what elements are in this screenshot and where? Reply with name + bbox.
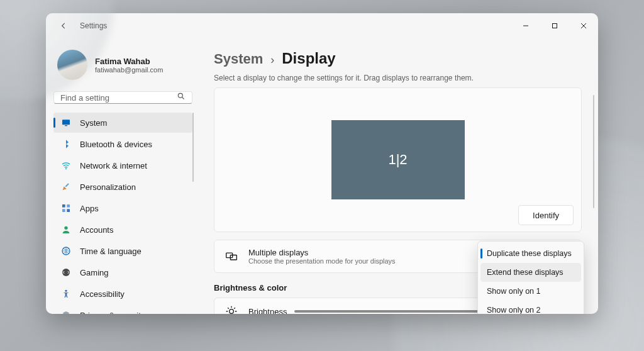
chevron-right-icon: ›: [270, 53, 274, 67]
sidebar-item-time-language[interactable]: Time & language: [53, 241, 192, 261]
maximize-button[interactable]: [540, 13, 569, 38]
main-content: System › Display Select a display to cha…: [200, 38, 598, 314]
profile-block[interactable]: Fatima Wahab fatiwahab@gmail.com: [53, 38, 192, 91]
dropdown-item-duplicate[interactable]: Duplicate these displays: [480, 244, 581, 263]
svg-rect-9: [67, 209, 70, 212]
avatar: [57, 50, 87, 80]
privacy-icon: [61, 310, 71, 314]
close-button[interactable]: [569, 13, 598, 38]
multiple-displays-icon: [225, 250, 238, 264]
profile-name: Fatima Wahab: [95, 57, 163, 66]
sidebar: Fatima Wahab fatiwahab@gmail.com System: [46, 38, 200, 314]
sidebar-item-label: Personalization: [80, 182, 136, 192]
sidebar-nav: System Bluetooth & devices Network & int…: [53, 113, 192, 314]
page-title: Display: [282, 50, 335, 67]
profile-email: fatiwahab@gmail.com: [95, 66, 163, 74]
breadcrumb: System › Display: [214, 50, 582, 67]
settings-window: Settings Fatima Wahab fatiwahab@gmail.co…: [46, 13, 598, 314]
accounts-icon: [61, 225, 71, 235]
sidebar-item-label: Network & internet: [80, 161, 147, 170]
gaming-icon: [61, 267, 71, 277]
sidebar-item-apps[interactable]: Apps: [53, 198, 192, 218]
window-title: Settings: [80, 21, 107, 30]
sidebar-item-label: Bluetooth & devices: [80, 140, 152, 149]
svg-rect-5: [65, 183, 69, 187]
titlebar: Settings: [46, 13, 598, 38]
svg-point-1: [178, 93, 182, 98]
main-scrollbar[interactable]: [593, 95, 594, 208]
sidebar-item-privacy[interactable]: Privacy & security: [53, 305, 192, 314]
svg-point-4: [65, 168, 67, 169]
sidebar-item-personalization[interactable]: Personalization: [53, 177, 192, 197]
search-box[interactable]: [53, 91, 192, 104]
sidebar-scrollbar[interactable]: [192, 113, 194, 182]
svg-rect-6: [62, 204, 65, 208]
setting-subtitle: Choose the presentation mode for your di…: [248, 257, 396, 265]
hint-text: Select a display to change the settings …: [214, 74, 582, 82]
minimize-button[interactable]: [511, 13, 540, 38]
setting-title: Multiple displays: [248, 248, 396, 257]
brightness-title: Brightness: [248, 307, 287, 315]
sidebar-item-label: Time & language: [80, 247, 142, 256]
sidebar-item-accessibility[interactable]: Accessibility: [53, 284, 192, 304]
apps-icon: [61, 203, 71, 213]
svg-point-13: [65, 290, 67, 292]
presentation-mode-dropdown: Duplicate these displays Extend these di…: [477, 241, 584, 314]
network-icon: [61, 160, 71, 170]
svg-point-16: [230, 309, 234, 314]
monitor-tile[interactable]: 1|2: [331, 120, 465, 199]
sidebar-item-system[interactable]: System: [53, 113, 192, 133]
window-controls: [511, 13, 598, 38]
dropdown-item-show-only-1[interactable]: Show only on 1: [480, 282, 581, 301]
time-language-icon: [61, 246, 71, 256]
sidebar-item-label: Accounts: [80, 225, 113, 235]
search-icon: [177, 92, 186, 103]
accessibility-icon: [61, 289, 71, 299]
svg-rect-0: [553, 24, 557, 28]
dropdown-item-extend[interactable]: Extend these displays: [480, 263, 581, 282]
sidebar-item-network[interactable]: Network & internet: [53, 155, 192, 176]
svg-rect-2: [62, 120, 70, 125]
identify-button[interactable]: Identify: [518, 205, 574, 225]
bluetooth-icon: [61, 139, 71, 149]
brightness-icon: [225, 304, 238, 314]
system-icon: [61, 118, 71, 128]
breadcrumb-parent[interactable]: System: [214, 51, 263, 67]
search-input[interactable]: [60, 93, 177, 103]
sidebar-item-label: Gaming: [80, 268, 109, 277]
svg-rect-3: [65, 125, 67, 126]
sidebar-item-accounts[interactable]: Accounts: [53, 220, 192, 240]
back-button[interactable]: [53, 16, 74, 36]
sidebar-item-label: Apps: [80, 204, 99, 213]
sidebar-item-label: Privacy & security: [80, 311, 145, 315]
dropdown-item-show-only-2[interactable]: Show only on 2: [480, 301, 581, 314]
personalization-icon: [61, 182, 71, 192]
monitor-label: 1|2: [388, 152, 407, 168]
sidebar-item-gaming[interactable]: Gaming: [53, 262, 192, 282]
sidebar-item-label: System: [80, 118, 107, 128]
svg-point-10: [64, 226, 67, 230]
sidebar-item-label: Accessibility: [80, 289, 125, 299]
svg-rect-8: [62, 209, 65, 212]
sidebar-item-bluetooth[interactable]: Bluetooth & devices: [53, 134, 192, 154]
svg-rect-7: [67, 204, 70, 208]
display-arrangement-box: 1|2 Identify: [214, 87, 582, 232]
